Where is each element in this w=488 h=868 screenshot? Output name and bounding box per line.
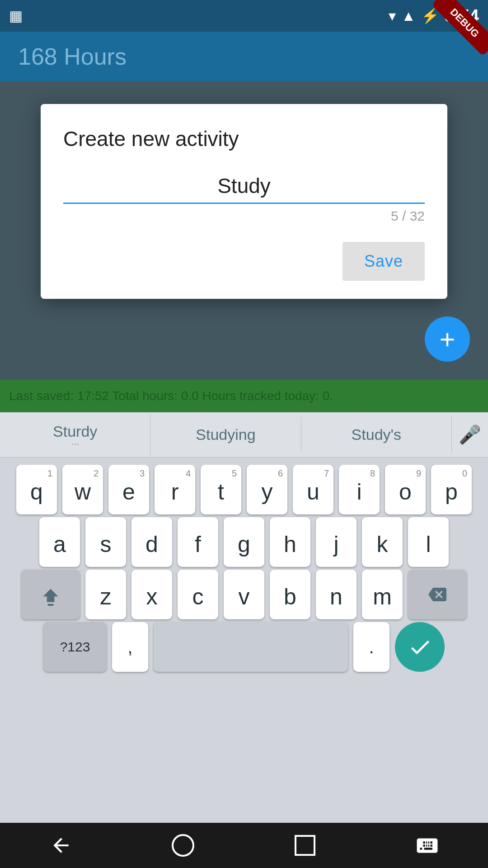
key-row-1: 1q 2w 3e 4r 5t 6y 7u 8i 9o 0p: [0, 465, 488, 514]
debug-label: DEBUG: [434, 0, 488, 54]
keyboard-button[interactable]: [409, 827, 445, 863]
back-icon: [50, 834, 72, 857]
enter-key[interactable]: [395, 622, 445, 672]
debug-banner: DEBUG: [434, 0, 488, 54]
key-s[interactable]: s: [85, 517, 126, 567]
suggestion-studys[interactable]: Study's: [301, 417, 452, 453]
backspace-key[interactable]: [408, 570, 467, 619]
status-bar: ▦ ▾ ▲ ⚡ 5:54 DEBUG: [0, 0, 488, 32]
key-w[interactable]: 2w: [62, 465, 103, 514]
key-m[interactable]: m: [362, 570, 403, 619]
recents-icon: [295, 835, 315, 856]
key-z[interactable]: z: [85, 570, 126, 619]
key-row-4: ?123 , .: [0, 622, 488, 672]
activity-name-input[interactable]: [63, 174, 425, 204]
status-strip-text: Last saved: 17:52 Total hours: 0.0 Hours…: [9, 389, 333, 403]
key-n[interactable]: n: [316, 570, 357, 619]
key-d[interactable]: d: [131, 517, 172, 567]
shift-icon: [39, 583, 62, 606]
key-q[interactable]: 1q: [16, 465, 57, 514]
char-count: 5 / 32: [63, 208, 425, 224]
app-icon: ▦: [9, 7, 23, 24]
key-c[interactable]: c: [178, 570, 218, 619]
page: ▦ ▾ ▲ ⚡ 5:54 DEBUG 168 Hours + Create ne…: [0, 0, 488, 868]
status-bar-left: ▦: [9, 7, 23, 24]
key-y[interactable]: 6y: [247, 465, 287, 514]
content-area: + Create new activity 5 / 32 Save: [0, 81, 488, 380]
app-header: 168 Hours: [0, 32, 488, 81]
key-v[interactable]: v: [224, 570, 264, 619]
activity-name-input-container: [63, 174, 425, 204]
key-k[interactable]: k: [362, 517, 403, 567]
key-o[interactable]: 9o: [385, 465, 426, 514]
period-key[interactable]: .: [353, 622, 389, 672]
key-f[interactable]: f: [178, 517, 218, 567]
create-activity-dialog: Create new activity 5 / 32 Save: [41, 104, 447, 299]
fab-button-behind[interactable]: +: [425, 316, 470, 362]
suggestion-dots: ...: [5, 437, 145, 447]
comma-label: ,: [127, 637, 132, 657]
app-title: 168 Hours: [18, 43, 127, 70]
key-u[interactable]: 7u: [293, 465, 333, 514]
back-button[interactable]: [43, 827, 79, 863]
key-t[interactable]: 5t: [201, 465, 241, 514]
key-h[interactable]: h: [270, 517, 310, 567]
key-e[interactable]: 3e: [108, 465, 149, 514]
key-b[interactable]: b: [270, 570, 310, 619]
recents-button[interactable]: [287, 827, 323, 863]
home-button[interactable]: [165, 827, 201, 863]
key-a[interactable]: a: [39, 517, 80, 567]
wifi-icon: ▾: [389, 7, 396, 24]
home-icon: [172, 834, 194, 857]
svg-rect-0: [48, 604, 54, 606]
space-key[interactable]: [154, 622, 348, 672]
save-button[interactable]: Save: [343, 242, 425, 281]
key-j[interactable]: j: [316, 517, 357, 567]
suggestion-sturdy[interactable]: Sturdy ...: [0, 414, 150, 456]
key-row-2: a s d f g h j k l: [0, 517, 488, 567]
keyboard-area: Sturdy ... Studying Study's 🎤 1q 2w 3e 4…: [0, 412, 488, 823]
fab-icon: +: [439, 324, 455, 355]
dialog-title: Create new activity: [63, 127, 425, 151]
key-row-3: z x c v b n m: [0, 570, 488, 619]
suggestion-studying[interactable]: Studying: [150, 417, 301, 453]
period-label: .: [369, 637, 374, 657]
key-x[interactable]: x: [131, 570, 172, 619]
numbers-label: ?123: [60, 639, 90, 655]
key-r[interactable]: 4r: [155, 465, 195, 514]
dialog-actions: Save: [63, 242, 425, 281]
signal-icon: ▲: [401, 8, 416, 24]
backspace-icon: [426, 585, 449, 604]
key-g[interactable]: g: [224, 517, 264, 567]
shift-key[interactable]: [21, 570, 80, 619]
comma-key[interactable]: ,: [112, 622, 148, 672]
keyboard-rows: 1q 2w 3e 4r 5t 6y 7u 8i 9o 0p a s d f g …: [0, 458, 488, 679]
checkmark-icon: [408, 635, 432, 660]
bottom-nav: [0, 823, 488, 868]
key-l[interactable]: l: [408, 517, 449, 567]
suggestions-row: Sturdy ... Studying Study's 🎤: [0, 412, 488, 458]
key-i[interactable]: 8i: [339, 465, 380, 514]
keyboard-icon: [415, 833, 440, 858]
status-strip: Last saved: 17:52 Total hours: 0.0 Hours…: [0, 380, 488, 412]
numbers-key[interactable]: ?123: [43, 622, 107, 672]
key-p[interactable]: 0p: [431, 465, 472, 514]
mic-icon[interactable]: 🎤: [452, 424, 488, 445]
